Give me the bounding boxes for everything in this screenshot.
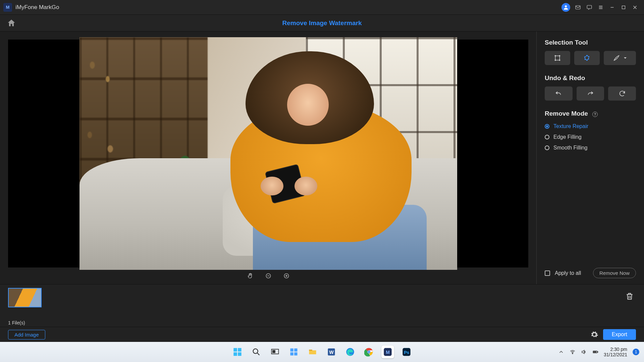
system-tray: 2:30 pm 31/12/2021 1 (558, 347, 639, 357)
undo-redo-heading: Undo & Redo (545, 74, 636, 82)
svg-rect-19 (233, 352, 237, 356)
svg-rect-26 (290, 352, 293, 355)
svg-rect-6 (555, 56, 560, 60)
svg-point-10 (559, 60, 560, 61)
remove-now-button[interactable]: Remove Now (593, 268, 636, 278)
svg-rect-25 (294, 349, 297, 352)
minimize-icon[interactable] (606, 2, 618, 13)
radio-edge-filling[interactable]: Edge Filling (545, 134, 636, 140)
wifi-icon[interactable] (570, 349, 576, 355)
svg-rect-28 (309, 350, 312, 351)
svg-point-36 (368, 351, 370, 353)
remove-mode-radios: Texture Repair Edge Filling Smooth Filli… (545, 123, 636, 151)
svg-point-21 (253, 349, 258, 354)
svg-rect-43 (597, 352, 598, 353)
svg-point-11 (587, 55, 587, 56)
canvas-viewport[interactable] (8, 40, 528, 267)
windows-taskbar: W M Ps 2:30 pm 31/12/2021 1 (0, 342, 644, 362)
radio-smooth-filling[interactable]: Smooth Filling (545, 145, 636, 151)
mail-icon[interactable] (572, 2, 584, 13)
svg-point-8 (559, 55, 560, 56)
brush-select-button[interactable] (604, 51, 636, 65)
toolbar: Remove Image Watermark (0, 15, 644, 32)
hand-tool-icon[interactable] (246, 272, 254, 280)
svg-rect-17 (233, 348, 237, 352)
svg-rect-44 (594, 352, 596, 353)
edge-icon[interactable] (344, 346, 357, 358)
account-icon[interactable] (561, 3, 570, 12)
canvas-controls (0, 267, 536, 284)
radio-texture-repair[interactable]: Texture Repair (545, 123, 636, 129)
search-icon[interactable] (250, 346, 263, 358)
menu-icon[interactable] (595, 2, 606, 13)
clock-time: 2:30 pm (604, 347, 627, 352)
loaded-image[interactable] (79, 37, 457, 270)
svg-rect-24 (290, 349, 293, 352)
active-tab-label: Remove Image Watermark (16, 19, 628, 27)
svg-point-14 (587, 60, 587, 60)
battery-icon[interactable] (592, 349, 598, 355)
app-window: M iMyFone MarkGo Remove Image Watermark (0, 0, 644, 342)
markgo-taskbar-icon[interactable]: M (381, 346, 394, 358)
svg-rect-1 (576, 5, 580, 9)
photoshop-icon[interactable]: Ps (400, 346, 413, 358)
svg-point-0 (565, 5, 567, 7)
svg-rect-27 (294, 352, 297, 355)
svg-rect-20 (238, 352, 241, 356)
thumbnail-1[interactable] (8, 288, 42, 307)
tray-chevron-icon[interactable] (558, 349, 564, 355)
reset-button[interactable] (608, 86, 636, 101)
rect-select-button[interactable] (545, 51, 570, 65)
canvas-area (0, 32, 537, 284)
explorer-icon[interactable] (306, 346, 319, 358)
home-icon[interactable] (7, 18, 16, 28)
undo-redo-row (545, 86, 636, 101)
radio-label: Texture Repair (553, 123, 588, 129)
apply-to-all-label: Apply to all (555, 270, 581, 276)
svg-rect-3 (622, 6, 625, 9)
remove-mode-heading: Remove Mode ? (545, 110, 636, 117)
close-icon[interactable] (629, 2, 641, 13)
zoom-in-icon[interactable] (282, 272, 290, 280)
apply-to-all-checkbox[interactable] (545, 270, 550, 276)
radio-label: Edge Filling (553, 134, 582, 140)
clock[interactable]: 2:30 pm 31/12/2021 (604, 347, 627, 357)
radio-dot-icon (545, 145, 549, 150)
settings-icon[interactable] (590, 330, 598, 339)
export-button[interactable]: Export (603, 329, 636, 340)
redo-button[interactable] (577, 86, 604, 101)
svg-point-15 (585, 59, 585, 60)
radio-dot-icon (545, 124, 549, 129)
file-count: 1 File(s) (8, 320, 636, 325)
notification-badge[interactable]: 1 (633, 349, 639, 355)
volume-icon[interactable] (581, 349, 587, 355)
svg-text:M: M (386, 350, 390, 355)
titlebar: M iMyFone MarkGo (0, 0, 644, 15)
start-icon[interactable] (231, 346, 244, 358)
zoom-out-icon[interactable] (264, 272, 272, 280)
app-title: iMyFone MarkGo (15, 4, 59, 11)
svg-text:Ps: Ps (404, 350, 409, 355)
help-icon[interactable]: ? (592, 112, 598, 117)
chrome-icon[interactable] (363, 346, 375, 358)
chat-icon[interactable] (584, 2, 595, 13)
delete-icon[interactable] (625, 292, 634, 302)
widgets-icon[interactable] (287, 346, 300, 358)
radio-label: Smooth Filling (553, 145, 587, 151)
svg-point-41 (572, 353, 573, 354)
add-image-button[interactable]: Add Image (8, 330, 45, 340)
svg-rect-18 (238, 348, 241, 352)
taskview-icon[interactable] (269, 346, 281, 358)
svg-rect-2 (587, 5, 592, 9)
main-area: Selection Tool Undo & Redo (0, 32, 644, 284)
svg-point-12 (588, 56, 589, 57)
lasso-select-button[interactable] (574, 51, 600, 65)
radio-dot-icon (545, 135, 549, 139)
maximize-icon[interactable] (618, 2, 629, 13)
word-icon[interactable]: W (325, 346, 338, 358)
taskbar-center: W M Ps (231, 346, 413, 358)
svg-point-9 (555, 60, 556, 61)
undo-button[interactable] (545, 86, 573, 101)
selection-tool-heading: Selection Tool (545, 39, 636, 46)
thumbnail-strip: 1 File(s) (0, 284, 644, 327)
